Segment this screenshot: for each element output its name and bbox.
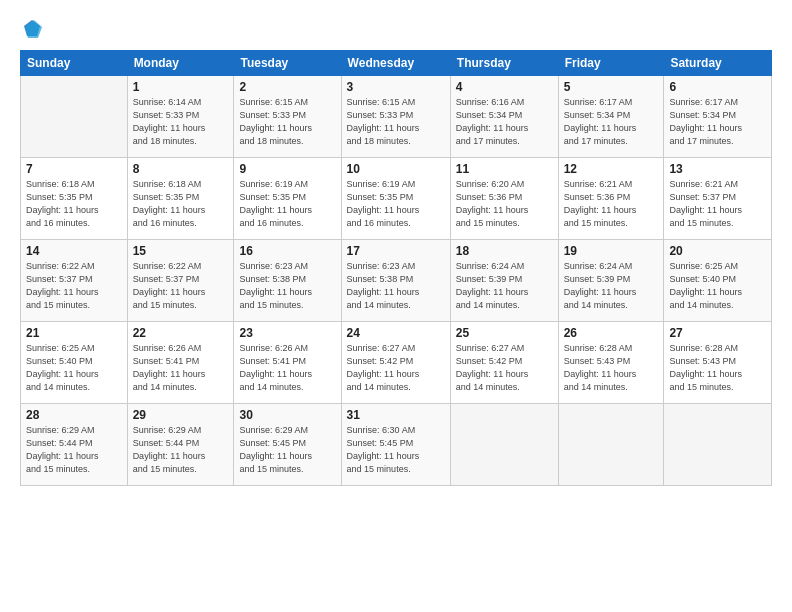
logo	[20, 18, 46, 40]
calendar-cell: 30Sunrise: 6:29 AM Sunset: 5:45 PM Dayli…	[234, 404, 341, 486]
calendar-cell: 7Sunrise: 6:18 AM Sunset: 5:35 PM Daylig…	[21, 158, 128, 240]
day-number: 15	[133, 244, 229, 258]
header	[20, 18, 772, 40]
calendar-header-saturday: Saturday	[664, 51, 772, 76]
calendar-cell: 17Sunrise: 6:23 AM Sunset: 5:38 PM Dayli…	[341, 240, 450, 322]
day-info: Sunrise: 6:24 AM Sunset: 5:39 PM Dayligh…	[456, 260, 553, 312]
svg-marker-1	[25, 20, 42, 38]
day-info: Sunrise: 6:15 AM Sunset: 5:33 PM Dayligh…	[347, 96, 445, 148]
day-info: Sunrise: 6:28 AM Sunset: 5:43 PM Dayligh…	[564, 342, 659, 394]
calendar-cell: 8Sunrise: 6:18 AM Sunset: 5:35 PM Daylig…	[127, 158, 234, 240]
calendar-cell: 3Sunrise: 6:15 AM Sunset: 5:33 PM Daylig…	[341, 76, 450, 158]
day-number: 3	[347, 80, 445, 94]
calendar-header-row: SundayMondayTuesdayWednesdayThursdayFrid…	[21, 51, 772, 76]
calendar-cell: 9Sunrise: 6:19 AM Sunset: 5:35 PM Daylig…	[234, 158, 341, 240]
calendar-table: SundayMondayTuesdayWednesdayThursdayFrid…	[20, 50, 772, 486]
calendar-cell: 5Sunrise: 6:17 AM Sunset: 5:34 PM Daylig…	[558, 76, 664, 158]
day-number: 6	[669, 80, 766, 94]
day-info: Sunrise: 6:30 AM Sunset: 5:45 PM Dayligh…	[347, 424, 445, 476]
day-info: Sunrise: 6:23 AM Sunset: 5:38 PM Dayligh…	[239, 260, 335, 312]
calendar-cell	[558, 404, 664, 486]
day-number: 19	[564, 244, 659, 258]
calendar-cell: 25Sunrise: 6:27 AM Sunset: 5:42 PM Dayli…	[450, 322, 558, 404]
day-info: Sunrise: 6:24 AM Sunset: 5:39 PM Dayligh…	[564, 260, 659, 312]
day-info: Sunrise: 6:14 AM Sunset: 5:33 PM Dayligh…	[133, 96, 229, 148]
calendar-cell: 12Sunrise: 6:21 AM Sunset: 5:36 PM Dayli…	[558, 158, 664, 240]
day-number: 26	[564, 326, 659, 340]
day-number: 25	[456, 326, 553, 340]
calendar-cell: 21Sunrise: 6:25 AM Sunset: 5:40 PM Dayli…	[21, 322, 128, 404]
day-info: Sunrise: 6:28 AM Sunset: 5:43 PM Dayligh…	[669, 342, 766, 394]
calendar-cell	[21, 76, 128, 158]
calendar-cell: 23Sunrise: 6:26 AM Sunset: 5:41 PM Dayli…	[234, 322, 341, 404]
calendar-cell: 22Sunrise: 6:26 AM Sunset: 5:41 PM Dayli…	[127, 322, 234, 404]
day-info: Sunrise: 6:16 AM Sunset: 5:34 PM Dayligh…	[456, 96, 553, 148]
day-number: 14	[26, 244, 122, 258]
calendar-week-row: 14Sunrise: 6:22 AM Sunset: 5:37 PM Dayli…	[21, 240, 772, 322]
calendar-cell: 18Sunrise: 6:24 AM Sunset: 5:39 PM Dayli…	[450, 240, 558, 322]
day-info: Sunrise: 6:18 AM Sunset: 5:35 PM Dayligh…	[133, 178, 229, 230]
day-number: 30	[239, 408, 335, 422]
day-info: Sunrise: 6:25 AM Sunset: 5:40 PM Dayligh…	[26, 342, 122, 394]
calendar-cell: 31Sunrise: 6:30 AM Sunset: 5:45 PM Dayli…	[341, 404, 450, 486]
day-number: 11	[456, 162, 553, 176]
calendar-week-row: 21Sunrise: 6:25 AM Sunset: 5:40 PM Dayli…	[21, 322, 772, 404]
day-number: 20	[669, 244, 766, 258]
day-info: Sunrise: 6:19 AM Sunset: 5:35 PM Dayligh…	[239, 178, 335, 230]
calendar-cell: 19Sunrise: 6:24 AM Sunset: 5:39 PM Dayli…	[558, 240, 664, 322]
calendar-cell: 11Sunrise: 6:20 AM Sunset: 5:36 PM Dayli…	[450, 158, 558, 240]
calendar-cell	[664, 404, 772, 486]
day-info: Sunrise: 6:29 AM Sunset: 5:45 PM Dayligh…	[239, 424, 335, 476]
day-info: Sunrise: 6:26 AM Sunset: 5:41 PM Dayligh…	[133, 342, 229, 394]
day-info: Sunrise: 6:21 AM Sunset: 5:37 PM Dayligh…	[669, 178, 766, 230]
day-number: 13	[669, 162, 766, 176]
day-info: Sunrise: 6:27 AM Sunset: 5:42 PM Dayligh…	[456, 342, 553, 394]
calendar-header-tuesday: Tuesday	[234, 51, 341, 76]
calendar-cell: 24Sunrise: 6:27 AM Sunset: 5:42 PM Dayli…	[341, 322, 450, 404]
day-number: 31	[347, 408, 445, 422]
calendar-header-wednesday: Wednesday	[341, 51, 450, 76]
day-number: 5	[564, 80, 659, 94]
day-info: Sunrise: 6:19 AM Sunset: 5:35 PM Dayligh…	[347, 178, 445, 230]
calendar-cell: 27Sunrise: 6:28 AM Sunset: 5:43 PM Dayli…	[664, 322, 772, 404]
calendar-cell: 2Sunrise: 6:15 AM Sunset: 5:33 PM Daylig…	[234, 76, 341, 158]
day-info: Sunrise: 6:21 AM Sunset: 5:36 PM Dayligh…	[564, 178, 659, 230]
calendar-cell: 13Sunrise: 6:21 AM Sunset: 5:37 PM Dayli…	[664, 158, 772, 240]
day-number: 28	[26, 408, 122, 422]
calendar-header-thursday: Thursday	[450, 51, 558, 76]
calendar-week-row: 28Sunrise: 6:29 AM Sunset: 5:44 PM Dayli…	[21, 404, 772, 486]
calendar-cell: 6Sunrise: 6:17 AM Sunset: 5:34 PM Daylig…	[664, 76, 772, 158]
calendar-header-friday: Friday	[558, 51, 664, 76]
day-number: 1	[133, 80, 229, 94]
day-info: Sunrise: 6:17 AM Sunset: 5:34 PM Dayligh…	[669, 96, 766, 148]
day-info: Sunrise: 6:25 AM Sunset: 5:40 PM Dayligh…	[669, 260, 766, 312]
day-info: Sunrise: 6:18 AM Sunset: 5:35 PM Dayligh…	[26, 178, 122, 230]
calendar-week-row: 7Sunrise: 6:18 AM Sunset: 5:35 PM Daylig…	[21, 158, 772, 240]
day-number: 4	[456, 80, 553, 94]
calendar-cell: 26Sunrise: 6:28 AM Sunset: 5:43 PM Dayli…	[558, 322, 664, 404]
day-number: 2	[239, 80, 335, 94]
day-info: Sunrise: 6:29 AM Sunset: 5:44 PM Dayligh…	[133, 424, 229, 476]
calendar-cell: 4Sunrise: 6:16 AM Sunset: 5:34 PM Daylig…	[450, 76, 558, 158]
day-number: 17	[347, 244, 445, 258]
day-number: 10	[347, 162, 445, 176]
day-number: 23	[239, 326, 335, 340]
day-info: Sunrise: 6:15 AM Sunset: 5:33 PM Dayligh…	[239, 96, 335, 148]
calendar-cell: 15Sunrise: 6:22 AM Sunset: 5:37 PM Dayli…	[127, 240, 234, 322]
day-info: Sunrise: 6:26 AM Sunset: 5:41 PM Dayligh…	[239, 342, 335, 394]
day-info: Sunrise: 6:22 AM Sunset: 5:37 PM Dayligh…	[26, 260, 122, 312]
day-number: 22	[133, 326, 229, 340]
day-number: 18	[456, 244, 553, 258]
calendar-cell: 10Sunrise: 6:19 AM Sunset: 5:35 PM Dayli…	[341, 158, 450, 240]
day-number: 21	[26, 326, 122, 340]
calendar-week-row: 1Sunrise: 6:14 AM Sunset: 5:33 PM Daylig…	[21, 76, 772, 158]
day-info: Sunrise: 6:17 AM Sunset: 5:34 PM Dayligh…	[564, 96, 659, 148]
day-number: 8	[133, 162, 229, 176]
day-number: 12	[564, 162, 659, 176]
day-number: 24	[347, 326, 445, 340]
day-info: Sunrise: 6:27 AM Sunset: 5:42 PM Dayligh…	[347, 342, 445, 394]
day-number: 9	[239, 162, 335, 176]
calendar-header-monday: Monday	[127, 51, 234, 76]
calendar-cell: 16Sunrise: 6:23 AM Sunset: 5:38 PM Dayli…	[234, 240, 341, 322]
day-info: Sunrise: 6:23 AM Sunset: 5:38 PM Dayligh…	[347, 260, 445, 312]
